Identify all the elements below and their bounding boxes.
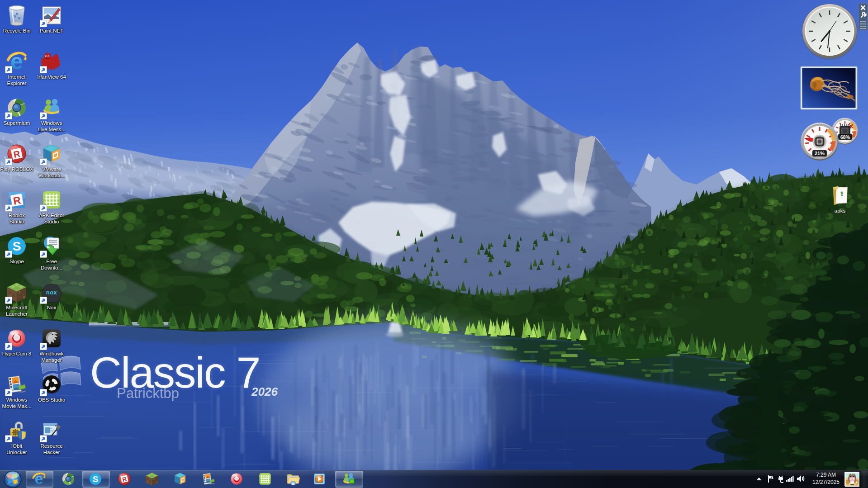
svg-text:S: S xyxy=(93,474,98,484)
svg-text:68%: 68% xyxy=(840,134,850,140)
svg-text:21%: 21% xyxy=(815,151,825,156)
svg-text:nox: nox xyxy=(46,289,57,296)
svg-text:S: S xyxy=(13,239,21,253)
